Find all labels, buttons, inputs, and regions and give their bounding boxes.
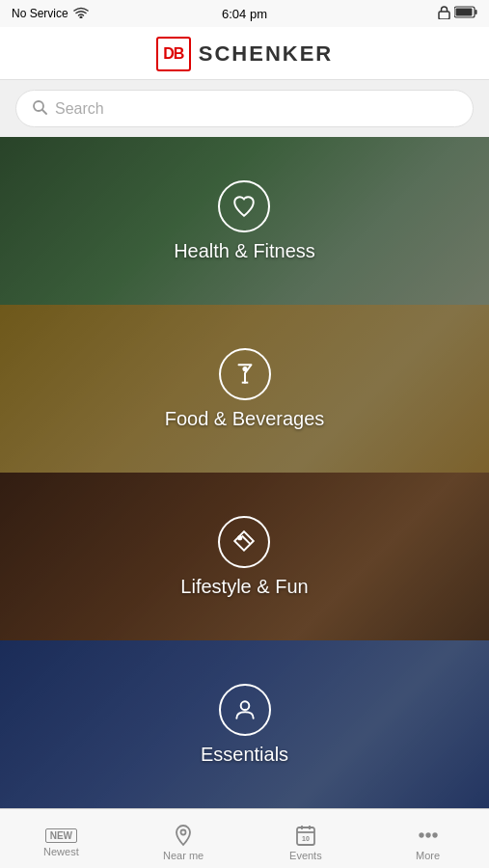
person-icon (219, 684, 271, 736)
svg-rect-1 (439, 12, 449, 19)
svg-point-17 (420, 833, 423, 837)
status-right (438, 6, 477, 22)
svg-rect-3 (475, 10, 477, 14)
lifestyle-label: Lifestyle & Fun (180, 576, 308, 598)
tab-more[interactable]: More (367, 818, 489, 867)
essentials-label: Essentials (201, 744, 288, 766)
category-health[interactable]: Health & Fitness (0, 137, 489, 305)
svg-point-7 (243, 366, 246, 369)
wifi-icon (73, 7, 89, 21)
svg-point-11 (181, 830, 186, 835)
svg-point-18 (426, 833, 430, 837)
calendar-icon: 10 (294, 824, 317, 847)
health-content: Health & Fitness (174, 180, 315, 262)
status-time: 6:04 pm (222, 7, 267, 21)
tab-bar: NEW Newest Near me 10 Events (0, 808, 489, 868)
category-essentials[interactable]: Essentials (0, 640, 489, 808)
battery-icon (454, 6, 477, 21)
tab-newest-label: Newest (43, 846, 79, 857)
lock-icon (438, 6, 450, 22)
svg-point-0 (80, 16, 82, 18)
categories-list: Health & Fitness Food & Beverages (0, 137, 489, 808)
category-lifestyle[interactable]: Lifestyle & Fun (0, 473, 489, 640)
search-placeholder: Search (55, 100, 104, 118)
search-bar[interactable]: Search (15, 90, 474, 127)
svg-text:10: 10 (302, 835, 310, 842)
svg-point-8 (239, 536, 242, 539)
svg-rect-4 (456, 9, 473, 16)
essentials-content: Essentials (201, 684, 288, 766)
food-content: Food & Beverages (165, 348, 325, 430)
status-bar: No Service 6:04 pm (0, 0, 489, 27)
search-container: Search (0, 80, 489, 137)
header: DB SCHENKER (0, 27, 489, 80)
db-logo: DB (156, 37, 191, 71)
brand-name: SCHENKER (199, 41, 333, 67)
no-service-text: No Service (12, 7, 68, 20)
tag-icon (218, 516, 270, 568)
more-dots-icon (417, 824, 440, 847)
tab-near-me[interactable]: Near me (122, 818, 245, 867)
svg-point-19 (433, 833, 437, 837)
cocktail-icon (219, 348, 271, 400)
tab-events-label: Events (289, 850, 322, 861)
tab-more-label: More (416, 850, 440, 861)
heart-icon (218, 180, 270, 232)
health-label: Health & Fitness (174, 240, 315, 262)
logo-container: DB SCHENKER (156, 37, 333, 71)
category-food[interactable]: Food & Beverages (0, 305, 489, 473)
location-pin-icon (172, 824, 195, 847)
tab-events[interactable]: 10 Events (245, 818, 367, 867)
status-left: No Service (12, 7, 89, 21)
svg-point-10 (240, 701, 249, 710)
tab-near-me-label: Near me (163, 850, 204, 861)
new-badge-icon: NEW (45, 828, 77, 843)
tab-newest[interactable]: NEW Newest (0, 823, 122, 863)
search-icon (32, 99, 47, 118)
lifestyle-content: Lifestyle & Fun (180, 516, 308, 598)
food-label: Food & Beverages (165, 408, 325, 430)
